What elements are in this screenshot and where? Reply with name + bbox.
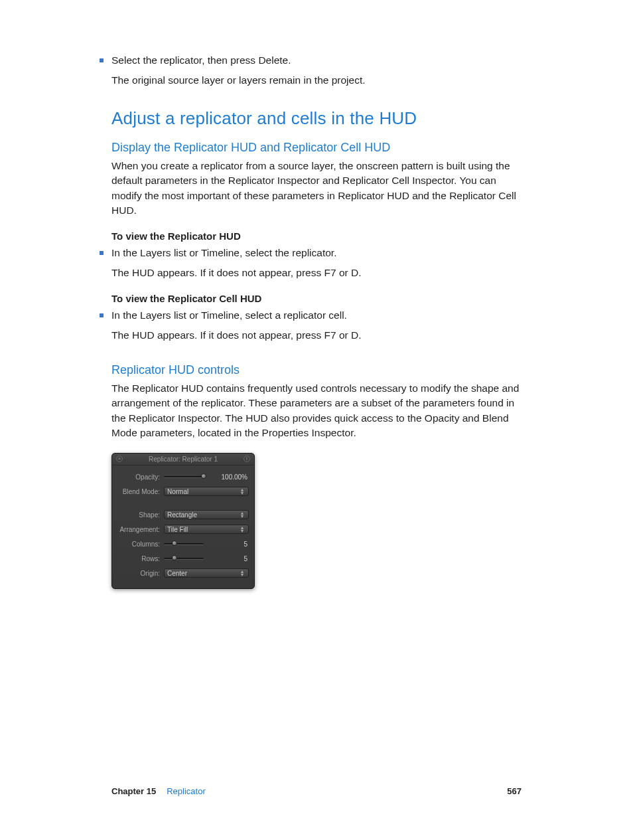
- hud-row-shape: Shape: Rectangle ▴▾: [117, 509, 249, 521]
- arrangement-select[interactable]: Tile Fill ▴▾: [164, 525, 249, 534]
- chevron-updown-icon: ▴▾: [241, 570, 246, 576]
- hud-spacer: [117, 500, 249, 507]
- blend-mode-value: Normal: [167, 488, 188, 495]
- hud-row-origin: Origin: Center ▴▾: [117, 567, 249, 580]
- rows-value: 5: [221, 555, 249, 562]
- paragraph: The HUD appears. If it does not appear, …: [111, 328, 522, 343]
- rows-slider[interactable]: [164, 554, 221, 562]
- paragraph: When you create a replicator from a sour…: [111, 159, 522, 218]
- list-item: Select the replicator, then press Delete…: [100, 53, 522, 68]
- paragraph: The HUD appears. If it does not appear, …: [111, 266, 522, 280]
- page-footer: Chapter 15 Replicator 567: [111, 786, 522, 796]
- chevron-updown-icon: ▴▾: [241, 511, 246, 518]
- hud-row-arrangement: Arrangement: Tile Fill ▴▾: [117, 523, 249, 536]
- blend-mode-select[interactable]: Normal ▴▾: [164, 487, 249, 496]
- hud-row-columns: Columns: 5: [117, 538, 249, 550]
- opacity-label: Opacity:: [117, 473, 164, 481]
- section-display-hud: Display the Replicator HUD and Replicato…: [111, 141, 522, 343]
- subheading: To view the Replicator HUD: [111, 230, 522, 242]
- bullet-icon: [100, 313, 104, 317]
- shape-label: Shape:: [117, 511, 164, 519]
- hud-row-rows: Rows: 5: [117, 552, 249, 565]
- list-item: In the Layers list or Timeline, select a…: [100, 308, 522, 323]
- heading-2: Display the Replicator HUD and Replicato…: [111, 141, 522, 155]
- info-icon[interactable]: i: [244, 456, 250, 462]
- opacity-slider[interactable]: [164, 473, 221, 481]
- columns-value: 5: [221, 541, 249, 548]
- hud-header: × Replicator: Replicator 1 i: [112, 454, 254, 465]
- bullet-text: Select the replicator, then press Delete…: [111, 53, 291, 68]
- shape-value: Rectangle: [167, 511, 197, 519]
- hud-row-opacity: Opacity: 100.00%: [117, 471, 249, 483]
- heading-2: Replicator HUD controls: [111, 363, 522, 377]
- bullet-icon: [100, 251, 104, 255]
- shape-select[interactable]: Rectangle ▴▾: [164, 510, 249, 519]
- page-number: 567: [507, 786, 522, 796]
- list-item: In the Layers list or Timeline, select t…: [100, 246, 522, 260]
- chevron-updown-icon: ▴▾: [241, 526, 246, 533]
- origin-label: Origin:: [117, 570, 164, 577]
- columns-label: Columns:: [117, 541, 164, 548]
- heading-1: Adjust a replicator and cells in the HUD: [111, 108, 522, 129]
- bullet-text: In the Layers list or Timeline, select a…: [111, 308, 347, 323]
- columns-slider[interactable]: [164, 540, 221, 548]
- opacity-value: 100.00%: [221, 473, 249, 481]
- rows-label: Rows:: [117, 555, 164, 562]
- chapter-label: Chapter 15: [111, 786, 156, 796]
- chapter-title: Replicator: [167, 786, 206, 796]
- bullet-text: In the Layers list or Timeline, select t…: [111, 246, 336, 260]
- origin-select[interactable]: Center ▴▾: [164, 568, 249, 578]
- arrangement-value: Tile Fill: [167, 526, 188, 533]
- chevron-updown-icon: ▴▾: [241, 488, 246, 495]
- close-icon[interactable]: ×: [116, 456, 123, 462]
- hud-title: Replicator: Replicator 1: [123, 456, 244, 463]
- section-hud-controls: Replicator HUD controls The Replicator H…: [111, 363, 522, 589]
- page-content: Select the replicator, then press Delete…: [0, 0, 633, 589]
- hud-body: Opacity: 100.00% Blend Mode: Normal ▴▾: [112, 465, 254, 580]
- paragraph: The original source layer or layers rema…: [111, 73, 522, 88]
- bullet-icon: [100, 58, 104, 62]
- replicator-hud-panel: × Replicator: Replicator 1 i Opacity: 10…: [111, 453, 255, 589]
- hud-row-blend-mode: Blend Mode: Normal ▴▾: [117, 485, 249, 498]
- arrangement-label: Arrangement:: [117, 526, 164, 533]
- subheading: To view the Replicator Cell HUD: [111, 293, 522, 304]
- blend-mode-label: Blend Mode:: [117, 488, 164, 495]
- origin-value: Center: [167, 570, 187, 577]
- paragraph: The Replicator HUD contains frequently u…: [111, 381, 522, 441]
